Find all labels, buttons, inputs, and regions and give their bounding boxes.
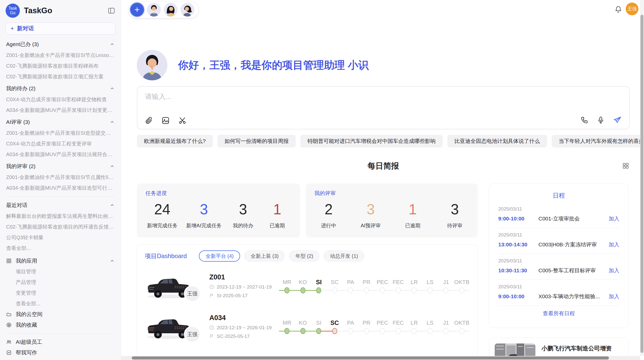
- avatar[interactable]: [181, 3, 194, 17]
- app-link-project-mgmt[interactable]: 项目管理: [0, 266, 121, 277]
- chat-input[interactable]: [145, 93, 450, 101]
- add-agent-button[interactable]: [130, 3, 144, 17]
- milestone-label: PEC: [374, 318, 390, 327]
- list-item[interactable]: A034-全新新能源MUV产品开发项目计划变更表编写: [6, 105, 115, 115]
- suggestion-chip[interactable]: 如何写一份清晰的项目周报: [217, 135, 296, 147]
- stat-my-todo: 3 我的待办: [230, 201, 256, 229]
- milestone-dot: [428, 287, 433, 293]
- view-all-schedule-link[interactable]: 查看所有日程: [498, 306, 619, 319]
- horizontal-scrollbar-thumb[interactable]: [132, 356, 609, 359]
- join-link[interactable]: 加入: [609, 215, 619, 222]
- app-link-change-mgmt[interactable]: 变更管理: [0, 288, 121, 298]
- stat-new-ai-completed: 3 新增AI完成任务: [186, 201, 222, 229]
- scissors-icon[interactable]: [178, 116, 187, 125]
- milestone-label: PEC: [374, 278, 390, 287]
- milestone-label: FEC: [390, 318, 406, 327]
- stat-cards-row: 任务进度 24 新增完成任务 3 新增AI完成任务 3 我的待办: [137, 184, 478, 237]
- sidebar-item-favorites[interactable]: 我的收藏: [0, 320, 121, 330]
- milestone-dot: [380, 287, 385, 293]
- view-all-link[interactable]: 查看全部...: [0, 298, 121, 309]
- sidebar-item-label: 我的收藏: [16, 321, 37, 328]
- project-row[interactable]: 王强 A034 2023-12-19 ~ 2026-01-19 SC-2025-…: [145, 310, 470, 343]
- divider: [6, 333, 115, 334]
- user-avatar[interactable]: 王强: [626, 3, 638, 15]
- sidebar-item-help-me-write[interactable]: 帮我写作: [0, 347, 121, 358]
- join-link[interactable]: 加入: [609, 293, 619, 300]
- list-item[interactable]: C0X4-动力总成开发项目工程变更评审: [6, 138, 115, 149]
- section-header[interactable]: 我的待办 (2): [6, 83, 115, 94]
- avatar[interactable]: [164, 3, 178, 17]
- list-item[interactable]: 解释最新出台的欧盟报废车法规再生塑料比例被调至15%...: [6, 211, 115, 221]
- list-item[interactable]: Z001-全新燃油皮卡产品开发项目SI节点Lesson Learn报告: [6, 50, 115, 61]
- list-item[interactable]: Z001-全新燃油轻卡产品开发项目SI节点属性5D文件评审: [6, 172, 115, 183]
- stat-overdue: 1 已逾期: [400, 201, 426, 229]
- tab-new-platform[interactable]: 全新平台 (4): [199, 250, 240, 262]
- section-header[interactable]: Agent已办 (3): [6, 39, 115, 50]
- milestone-dot: [364, 287, 369, 293]
- project-vehicle-image: 王强: [145, 272, 193, 300]
- project-row[interactable]: 王强 Z001 2023-12-19 ~ 2027-01-19 SI-2025-…: [145, 269, 470, 302]
- tab-new-body[interactable]: 全新上装 (3): [244, 250, 285, 262]
- vertical-scrollbar-thumb[interactable]: [640, 15, 643, 353]
- milestone-dot: [364, 328, 369, 334]
- microphone-icon[interactable]: [597, 116, 605, 124]
- section-title: 我的评审 (2): [6, 163, 36, 170]
- milestone-label: PR: [359, 278, 375, 287]
- list-item[interactable]: C02-飞腾新能源轻客改款项目的闭环通告反馈情况: [6, 221, 115, 232]
- event-date: 2025/03/11: [498, 258, 619, 264]
- sidebar-collapse-icon[interactable]: [108, 7, 115, 14]
- stat-in-progress: 2 进行中: [316, 201, 341, 229]
- section-header[interactable]: 最近对话: [6, 200, 115, 211]
- briefing-columns: 任务进度 24 新增完成任务 3 新增AI完成任务 3 我的待办: [137, 184, 629, 360]
- event-time: 9:00-10:00: [498, 216, 538, 222]
- app-link-product-mgmt[interactable]: 产品管理: [0, 277, 121, 288]
- tab-year-model[interactable]: 年型 (2): [289, 250, 319, 262]
- chevron-up-icon: [110, 203, 115, 208]
- schedule-event: 2025/03/11 13:00-14:30 C003|H0B-方案冻结评审 加…: [498, 228, 619, 254]
- phone-call-icon[interactable]: [580, 116, 589, 124]
- schedule-title: 日程: [498, 191, 619, 200]
- milestone-label: KO: [295, 318, 311, 327]
- briefing-layout-icon[interactable]: [622, 162, 629, 169]
- section-title: 我的待办 (2): [6, 85, 36, 92]
- section-my-review: 我的评审 (2) Z001-全新燃油轻卡产品开发项目SI节点属性5D文件评审 A…: [0, 161, 121, 193]
- sidebar-item-my-apps[interactable]: 我的应用: [0, 256, 121, 266]
- join-link[interactable]: 加入: [609, 241, 619, 248]
- milestone-dot: [396, 328, 401, 334]
- join-link[interactable]: 加入: [609, 267, 619, 274]
- send-icon[interactable]: [613, 116, 622, 124]
- section-title: 最近对话: [6, 202, 27, 209]
- list-item[interactable]: C02-飞腾新能源轻客改款项目立项汇报方案: [6, 71, 115, 82]
- sidebar-item-creative-drawing[interactable]: 创意制图: [0, 358, 121, 360]
- suggestion-chip[interactable]: 比亚迪全固态电池计划具体说了什么: [447, 135, 547, 147]
- view-all-link[interactable]: 查看全部...: [6, 243, 115, 253]
- milestone-label-current: SC: [327, 318, 343, 327]
- notification-bell-icon[interactable]: [614, 6, 622, 13]
- project-owner-badge: 王强: [184, 285, 201, 302]
- suggestion-chip[interactable]: 当下年轻人对汽车外观有怎样的喜好趋势: [552, 135, 644, 147]
- list-item[interactable]: C0X4-动力总成开发项目SI里程碑提交物检查: [6, 94, 115, 105]
- sidebar-item-ai-super-staff[interactable]: AI超级员工: [0, 337, 121, 347]
- section-ai-review: AI评审 (3) Z001-全新燃油轻卡产品开发项目SI造型提交物评审 C0X4…: [0, 116, 121, 160]
- suggestion-chip[interactable]: 欧洲新规最近颁布了什么?: [137, 135, 213, 147]
- section-header[interactable]: AI评审 (3): [6, 116, 115, 128]
- tab-powertrain[interactable]: 动总开发 (1): [324, 250, 364, 262]
- section-header[interactable]: 我的评审 (2): [6, 161, 115, 172]
- milestone-timeline: MR KO SI SC PA PR PEC FEC LR LS J1 OKTB: [279, 278, 470, 294]
- list-item[interactable]: A034-全新新能源MUV产品开发项目法规符合性评审: [6, 149, 115, 160]
- image-icon[interactable]: [161, 116, 170, 125]
- sidebar-item-cloud-space[interactable]: 我的云空间: [0, 309, 121, 320]
- list-item[interactable]: Z001-全新燃油轻卡产品开发项目SI造型提交物评审: [6, 128, 115, 138]
- milestone-label: PA: [343, 278, 359, 287]
- chevron-up-icon: [110, 119, 115, 125]
- milestone-label: OKTB: [454, 278, 470, 287]
- stat-value: 3: [186, 201, 222, 218]
- attachment-icon[interactable]: [144, 116, 153, 125]
- news-title: 小鹏飞行汽车制造公司增资: [541, 344, 623, 352]
- new-chat-button[interactable]: + 新对话: [6, 22, 115, 35]
- list-item[interactable]: 公司Q3轻卡销量: [6, 232, 115, 243]
- list-item[interactable]: C02-飞腾新能源轻客改款项目里程碑画布: [6, 61, 115, 71]
- suggestion-chip[interactable]: 特朗普可能对进口汽车增税会对中国车企造成哪些影响: [300, 135, 443, 147]
- avatar[interactable]: [147, 3, 161, 17]
- list-item[interactable]: A034-全新新能源MUV产品开发项目造型可行性评审: [6, 183, 115, 193]
